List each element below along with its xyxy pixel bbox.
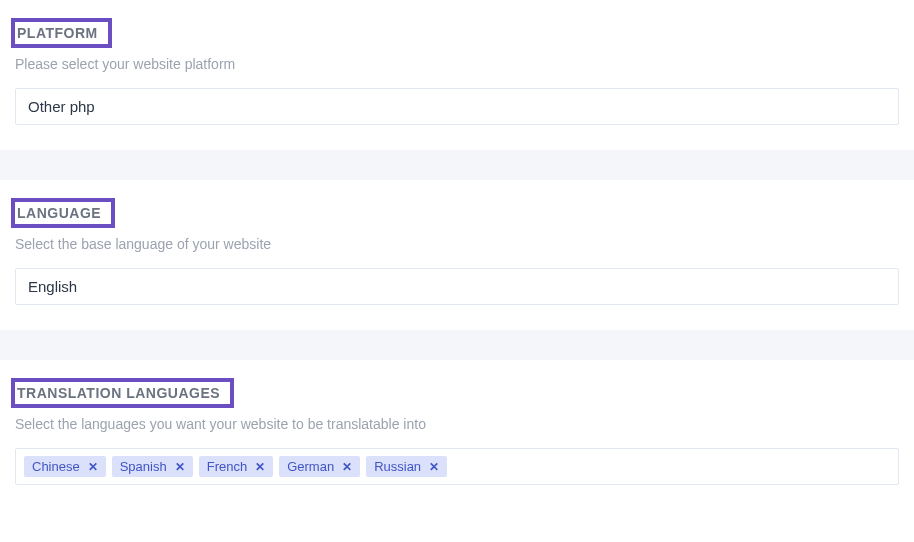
section-divider [0,150,914,180]
language-tag: French✕ [199,456,273,477]
language-section: LANGUAGE Select the base language of you… [0,180,914,330]
language-title: LANGUAGE [11,198,115,228]
language-tag-label: German [287,459,334,474]
section-divider [0,330,914,360]
language-selected-value: English [28,278,77,295]
language-select[interactable]: English [15,268,899,305]
language-tag: Chinese✕ [24,456,106,477]
close-icon[interactable]: ✕ [429,461,439,473]
translation-languages-title: TRANSLATION LANGUAGES [11,378,234,408]
language-tag-label: French [207,459,247,474]
language-tag: German✕ [279,456,360,477]
language-tag-label: Spanish [120,459,167,474]
close-icon[interactable]: ✕ [342,461,352,473]
language-subtitle: Select the base language of your website [15,236,899,252]
platform-title: PLATFORM [11,18,112,48]
language-tag-label: Russian [374,459,421,474]
translation-languages-section: TRANSLATION LANGUAGES Select the languag… [0,360,914,500]
translation-languages-tags[interactable]: Chinese✕Spanish✕French✕German✕Russian✕ [15,448,899,485]
language-tag: Spanish✕ [112,456,193,477]
language-tag-label: Chinese [32,459,80,474]
platform-section: PLATFORM Please select your website plat… [0,0,914,150]
translation-languages-subtitle: Select the languages you want your websi… [15,416,899,432]
platform-subtitle: Please select your website platform [15,56,899,72]
close-icon[interactable]: ✕ [88,461,98,473]
platform-select[interactable]: Other php [15,88,899,125]
language-tag: Russian✕ [366,456,447,477]
platform-selected-value: Other php [28,98,95,115]
close-icon[interactable]: ✕ [175,461,185,473]
close-icon[interactable]: ✕ [255,461,265,473]
